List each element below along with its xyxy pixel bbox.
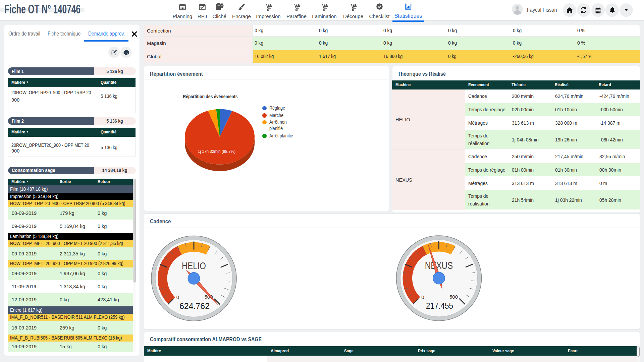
svg-text:217.455: 217.455 — [426, 301, 453, 311]
svg-text:HELIO: HELIO — [182, 260, 206, 271]
svg-text:624.762: 624.762 — [179, 301, 210, 311]
svg-text:0: 0 — [421, 294, 424, 300]
svg-text:500: 500 — [449, 294, 458, 300]
svg-text:NEXUS: NEXUS — [425, 260, 453, 271]
svg-text:0: 0 — [176, 294, 179, 300]
